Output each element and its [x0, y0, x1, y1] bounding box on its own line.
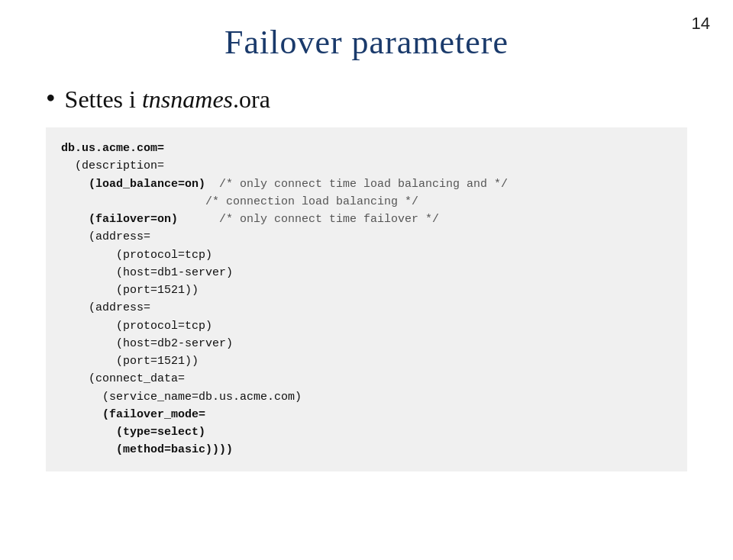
bullet-text: Settes i tnsnames.ora — [65, 85, 270, 114]
code-line-17: (method=basic)))) — [116, 443, 233, 456]
bullet-prefix: Settes i — [65, 85, 142, 113]
code-comment-2: /* connection load balancing */ — [205, 195, 418, 208]
code-line-4: (failover=on) — [89, 213, 178, 226]
bullet-item: • Settes i tnsnames.ora — [46, 85, 687, 114]
bullet-section: • Settes i tnsnames.ora — [46, 85, 687, 114]
code-comment-3: /* only connect time failover */ — [178, 213, 439, 226]
code-line-16: (type=select) — [116, 426, 205, 439]
bullet-italic: tnsnames — [142, 85, 233, 113]
code-line-7: (host=db1-server) — [116, 266, 233, 279]
code-line-13: (connect_data= — [89, 372, 185, 385]
code-line-10: (protocol=tcp) — [116, 320, 212, 333]
page-number: 14 — [692, 14, 710, 34]
code-line-2: (description= — [75, 159, 164, 172]
code-line-14: (service_name=db.us.acme.com) — [102, 391, 302, 404]
code-line-15: (failover_mode= — [102, 408, 205, 421]
bullet-dot: • — [46, 85, 56, 112]
code-line-1: db.us.acme.com= — [61, 142, 164, 155]
code-line-6: (protocol=tcp) — [116, 249, 212, 262]
code-line-12: (port=1521)) — [116, 355, 199, 368]
slide-title: Failover parametere — [46, 23, 687, 62]
code-line-5: (address= — [89, 230, 150, 243]
code-line-11: (host=db2-server) — [116, 337, 233, 350]
code-line-9: (address= — [89, 301, 150, 314]
code-comment-1: /* only connect time load balancing and … — [205, 178, 508, 191]
code-block: db.us.acme.com= (description= (load_bala… — [46, 127, 687, 471]
code-line-8: (port=1521)) — [116, 284, 199, 297]
code-line-3: (load_balance=on) — [89, 178, 205, 191]
bullet-suffix: .ora — [233, 85, 270, 113]
